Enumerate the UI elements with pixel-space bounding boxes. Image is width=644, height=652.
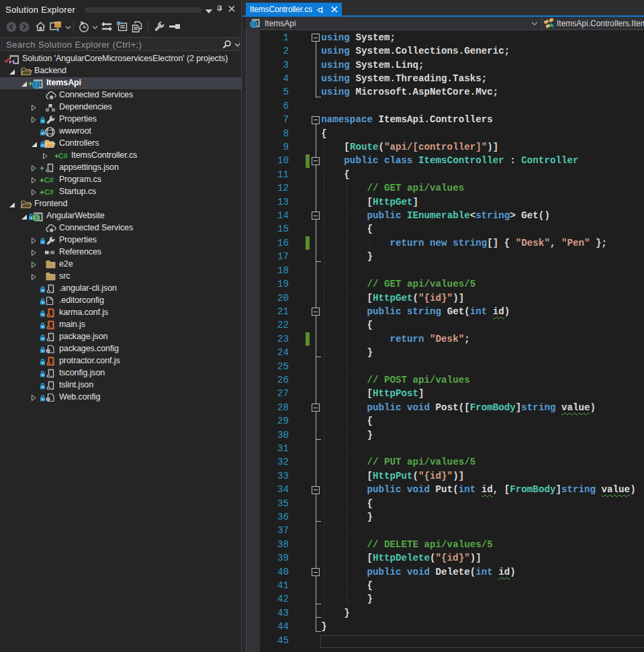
svg-text:C#: C# [44,176,54,184]
svg-text:C#: C# [58,152,68,160]
svg-text:C#: C# [44,188,54,196]
